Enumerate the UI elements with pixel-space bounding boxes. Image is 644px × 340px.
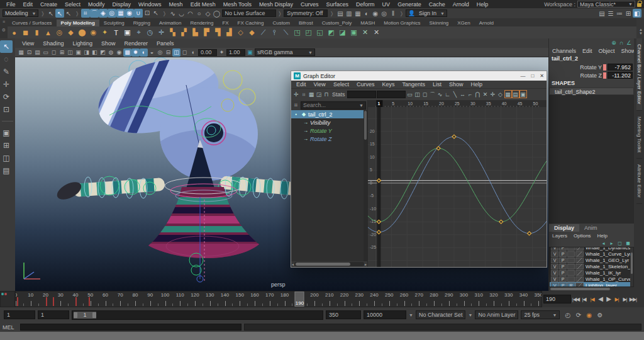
shelf-scrollbar[interactable]: ▲▼ — [639, 28, 643, 35]
layer-row-whale-1-skeleton-lyr[interactable]: VPWhale_1_Skeleton_lyr — [550, 263, 633, 269]
layer-swatch-icon[interactable] — [575, 270, 584, 276]
time-snap-icon[interactable]: ▦ — [504, 90, 512, 98]
filter-icon[interactable]: ⌗ — [292, 101, 299, 110]
unify-tangents-icon[interactable]: ✛ — [489, 90, 497, 98]
scroll-left-icon[interactable]: ◂ — [292, 262, 294, 266]
menu-cache[interactable]: Cache — [425, 1, 449, 8]
ge-channel-tree[interactable]: ▪ ◆ tail_ctrl_2 →Visibility→Rotate Y→Rot… — [291, 110, 367, 261]
delete-edge-icon[interactable]: ✕ — [371, 27, 382, 38]
animation-start-field[interactable]: 1 — [4, 310, 35, 319]
menu-modify[interactable]: Modify — [84, 1, 109, 8]
tab-attribute-editor[interactable]: Attribute Editor — [636, 159, 642, 204]
shelf-tab-animation[interactable]: Animation — [155, 20, 186, 26]
select-camera-icon[interactable]: ▦ — [17, 48, 25, 57]
chevron-down-icon[interactable]: ▼ — [468, 313, 472, 317]
layer-visibility-toggle[interactable]: V — [551, 247, 558, 251]
menu-surfaces[interactable]: Surfaces — [323, 1, 353, 8]
use-all-lights-icon[interactable]: ✸ — [131, 48, 140, 57]
menu-mesh-tools[interactable]: Mesh Tools — [219, 1, 255, 8]
layer-playback-toggle[interactable]: P — [559, 251, 567, 257]
four-pane-layout-icon[interactable]: ⊞ — [0, 139, 13, 152]
layer-visibility-toggle[interactable]: V — [551, 251, 558, 257]
center-current-time-icon[interactable]: ◻ — [421, 90, 429, 98]
shelf-tab-sculpting[interactable]: Sculpting — [99, 20, 129, 26]
symmetry-field[interactable]: Symmetry: Off — [284, 9, 328, 17]
go-to-start-button[interactable]: |◀◀ — [572, 295, 580, 304]
speed-graph-icon[interactable]: ⊕ — [610, 39, 618, 47]
mash-grid-icon[interactable]: ▞ — [179, 27, 189, 38]
value-snap-icon[interactable]: ▤ — [512, 90, 519, 98]
two-pane-layout-icon[interactable]: ◫ — [0, 152, 13, 164]
ge-search-input[interactable]: Search...▼ — [301, 101, 366, 110]
poly-torus-icon[interactable]: ◎ — [54, 27, 65, 38]
shelf-tab-fx[interactable]: FX — [218, 20, 233, 26]
snap-to-grid-icon[interactable]: ⌗ — [81, 9, 90, 18]
layer-swatch-icon[interactable] — [575, 276, 584, 282]
poly-sphere-icon[interactable]: ● — [9, 27, 19, 38]
mesh-window-icon[interactable]: ▣ — [348, 27, 359, 38]
construction-plane-icon[interactable]: ⌖ — [133, 27, 144, 38]
group-divider[interactable]: ❭ — [330, 11, 334, 16]
playback-speed-icon[interactable]: ◴ — [564, 311, 572, 319]
menu-generate[interactable]: Generate — [394, 1, 425, 8]
empty-layer-icon[interactable]: ◻ — [616, 240, 623, 247]
field-chart-icon[interactable]: ◨ — [82, 48, 91, 57]
ge-outliner-item-tail-ctrl-2[interactable]: ▪ ◆ tail_ctrl_2 — [291, 110, 367, 118]
scroll-right-icon[interactable]: ▸ — [365, 262, 367, 266]
ge-channel-rotate-y[interactable]: →Rotate Y — [291, 127, 367, 135]
film-gate-icon[interactable]: ⊞ — [58, 48, 66, 57]
mel-toggle[interactable]: MEL — [3, 324, 18, 331]
render-current-frame-icon[interactable]: ▥ — [345, 9, 353, 18]
poly-plane-icon[interactable]: ◆ — [65, 27, 76, 38]
shelf-tab-motion-graphics[interactable]: Motion Graphics — [379, 20, 425, 26]
shape-node-name[interactable]: tail_ctrl_Shape2 — [549, 88, 634, 95]
mash-curve-icon[interactable]: ◇ — [235, 27, 246, 38]
super-shape-icon[interactable]: ✦ — [99, 27, 110, 38]
step-forward-frame-button[interactable]: ▶| — [621, 295, 629, 304]
playback-end-field[interactable]: 350 — [326, 310, 361, 319]
linear-tangent-icon[interactable]: ╲ — [452, 90, 459, 98]
layer-swatch-icon[interactable] — [575, 264, 584, 269]
exposure-icon[interactable]: ◐ — [189, 48, 197, 57]
shelf-tab-xgen[interactable]: XGen — [453, 20, 474, 26]
lasso-tool-icon[interactable]: ◌ — [0, 53, 13, 65]
stats-time-field[interactable] — [347, 91, 376, 98]
xray-icon[interactable]: ◫ — [172, 48, 180, 57]
timeline-current-frame-marker[interactable]: 190 — [295, 292, 304, 307]
layer-row-whale-1-curve-lyr[interactable]: VPWhale_1_Curve_Lyr — [550, 251, 633, 257]
color-management-icon[interactable]: ▣ — [246, 48, 254, 57]
step-back-frame-button[interactable]: |◀ — [580, 295, 588, 304]
layer-swatch-icon[interactable] — [575, 283, 584, 288]
shelf-tab-rigging[interactable]: Rigging — [129, 20, 155, 26]
move-keys-tool-icon[interactable]: ✛ — [292, 90, 300, 98]
snap-to-curves-icon[interactable]: ⌒ — [90, 9, 99, 18]
construction-history-icon[interactable]: ∿ — [169, 9, 177, 18]
channel-value-field[interactable]: -7.952 — [608, 64, 633, 71]
character-set-select[interactable]: No Character Set — [416, 310, 466, 319]
sign-in-button[interactable]: 👤Sign In▼ — [406, 9, 447, 17]
layer-playback-toggle[interactable]: P — [559, 258, 567, 263]
safe-action-icon[interactable]: ◧ — [91, 48, 99, 57]
lock-selection-icon[interactable]: ⊡ — [143, 9, 152, 18]
layer-playback-toggle[interactable]: P — [559, 283, 567, 288]
new-layer-from-selected-icon[interactable]: ◼ — [625, 240, 631, 247]
ge-curve-view[interactable]: 5101520253035404550120151050-5-10-15-20-… — [368, 100, 547, 267]
tab-channel-box-layer-editor[interactable]: Channel Box / Layer Editor — [636, 38, 642, 111]
move-layer-up-icon[interactable]: ◂ — [600, 240, 607, 247]
light-editor-icon[interactable]: ◎ — [380, 9, 389, 18]
poly-disc-icon[interactable]: ⬤ — [77, 27, 87, 38]
panel-menu-show[interactable]: Show — [97, 40, 120, 47]
mash-world-icon[interactable]: ◆ — [247, 27, 257, 38]
time-slider-ruler[interactable]: 0102030405060708090100110120130140150160… — [15, 291, 542, 307]
shadows-icon[interactable]: ◐ — [140, 48, 148, 57]
render-view-icon[interactable]: ▤ — [336, 9, 345, 18]
layer-swatch-icon[interactable] — [575, 251, 584, 257]
paint-vertex-icon[interactable]: ◳ — [292, 27, 303, 38]
textured-mode-icon[interactable]: ▩ — [123, 48, 131, 57]
layer-visibility-toggle[interactable]: V — [551, 258, 558, 263]
isolate-select-icon[interactable]: ⊟ — [164, 48, 172, 57]
fps-select[interactable]: 25 fps▼ — [521, 310, 560, 319]
hypershade-icon[interactable]: ◉ — [371, 9, 380, 18]
menu-uv[interactable]: UV — [379, 1, 394, 8]
ge-channel-visibility[interactable]: →Visibility — [291, 118, 367, 127]
